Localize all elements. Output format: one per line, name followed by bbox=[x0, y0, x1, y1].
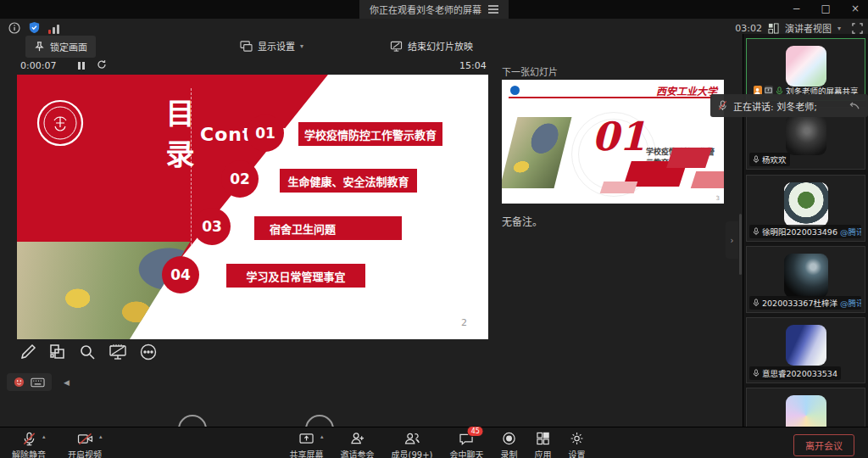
toc-number-1: 01 bbox=[247, 114, 284, 152]
speaker-notes: 无备注。 bbox=[502, 214, 542, 228]
slide-page-number: 2 bbox=[461, 317, 467, 328]
collapse-pill-icon[interactable]: ◀ bbox=[59, 376, 74, 389]
status-icons bbox=[8, 21, 59, 34]
titlebar: 你正在观看刘冬老师的屏幕 − □ × bbox=[0, 0, 868, 19]
avatar bbox=[786, 325, 826, 366]
toc-item-3: 宿舍卫生问题 bbox=[254, 216, 402, 240]
layout-icon bbox=[768, 23, 779, 34]
banner-menu-icon[interactable] bbox=[488, 8, 498, 10]
chat-label: 会中聊天 bbox=[449, 448, 483, 458]
shared-slide: 目录 Contents 01 学校疫情防控工作警示教育 02 生命健康、安全法制… bbox=[17, 75, 488, 339]
toc-item-1: 学校疫情防控工作警示教育 bbox=[298, 122, 442, 146]
meeting-duration: 03:02 bbox=[735, 23, 762, 34]
apps-label: 应用 bbox=[534, 448, 551, 458]
share-screen-button[interactable]: ▴ 共享屏幕 bbox=[290, 431, 324, 458]
mic-options-caret-icon[interactable]: ▴ bbox=[42, 433, 46, 440]
participant-name: 徐明阳2020033496 bbox=[762, 226, 837, 237]
toast-curve-arrow-icon[interactable] bbox=[848, 101, 860, 110]
avatar bbox=[786, 46, 826, 87]
toc-item-2: 生命健康、安全法制教育 bbox=[280, 169, 417, 193]
slide-title-cn: 目录 bbox=[158, 98, 199, 180]
view-mode-selector[interactable]: 演讲者视图 bbox=[785, 21, 832, 35]
share-options-caret-icon[interactable]: ▴ bbox=[320, 433, 324, 440]
speaking-toast: 正在讲话: 刘冬老师; bbox=[710, 94, 868, 117]
preview-deco-shape bbox=[666, 148, 712, 168]
participant-tile[interactable]: 2020033367杜梓洋@腾讯会议 bbox=[746, 246, 865, 313]
signal-strength-icon[interactable] bbox=[48, 24, 59, 34]
toc-number-4: 04 bbox=[162, 256, 199, 293]
emoji-reaction-icon[interactable] bbox=[14, 377, 25, 388]
view-controls: 03:02 演讲者视图 ▾ bbox=[735, 21, 863, 35]
keyboard-icon[interactable] bbox=[31, 377, 45, 388]
watching-banner-text: 你正在观看刘冬老师的屏幕 bbox=[370, 3, 481, 16]
next-slide-preview[interactable]: 西安工业大学 01 学校疫情防控工作警示教育 3 bbox=[502, 80, 724, 204]
mic-icon bbox=[753, 227, 760, 236]
toc-number-3: 03 bbox=[193, 208, 231, 245]
participant-tile-screen-share[interactable]: 刘冬老师的屏幕共享 bbox=[746, 38, 865, 101]
display-settings-label: 显示设置 bbox=[258, 39, 295, 53]
maximize-button[interactable]: □ bbox=[821, 2, 831, 15]
record-label: 录制 bbox=[500, 448, 517, 458]
preview-school-name: 西安工业大学 bbox=[656, 83, 717, 98]
chat-button[interactable]: 45 会中聊天 bbox=[449, 431, 483, 458]
display-settings-button[interactable]: 显示设置 ▾ bbox=[240, 39, 303, 53]
presenter-clock: 15:04 bbox=[459, 60, 487, 71]
participant-label: 意思睿2020033534 bbox=[749, 366, 841, 380]
settings-button[interactable]: 设置 bbox=[568, 431, 585, 458]
pin-screen-button[interactable]: 锁定画面 bbox=[25, 36, 96, 58]
participant-tile[interactable]: 意思睿2020033534 bbox=[746, 317, 865, 383]
video-options-caret-icon[interactable]: ▴ bbox=[99, 433, 103, 440]
settings-label: 设置 bbox=[568, 448, 585, 458]
close-button[interactable]: × bbox=[851, 2, 860, 15]
unmute-label: 解除静音 bbox=[12, 448, 46, 458]
next-slide-label: 下一张幻灯片 bbox=[502, 64, 558, 78]
preview-photo bbox=[502, 117, 571, 188]
pause-timer-icon[interactable] bbox=[78, 61, 86, 72]
preview-deco-shape bbox=[691, 171, 724, 188]
start-video-label: 开启视频 bbox=[68, 448, 102, 458]
end-slideshow-button[interactable]: 结束幻灯片放映 bbox=[390, 39, 473, 53]
preview-deco-shape bbox=[600, 182, 638, 193]
shield-icon[interactable] bbox=[28, 21, 41, 34]
shapes-tool-icon[interactable] bbox=[48, 343, 67, 361]
avatar bbox=[784, 182, 828, 226]
university-seal-icon bbox=[36, 98, 85, 148]
members-button[interactable]: 成员(99+) bbox=[392, 431, 433, 458]
members-label: 成员(99+) bbox=[392, 448, 433, 458]
info-icon[interactable] bbox=[8, 22, 20, 34]
participant-tile[interactable]: 徐明阳2020033496@腾讯会议 bbox=[746, 175, 865, 242]
screen-draw-tool-icon[interactable] bbox=[108, 343, 128, 361]
restart-timer-icon[interactable] bbox=[97, 59, 107, 70]
speaking-toast-text: 正在讲话: 刘冬老师; bbox=[733, 99, 817, 113]
annotation-toolbar bbox=[19, 343, 158, 361]
participants-panel: 刘冬老师的屏幕共享 杨欢欢 徐明阳2020033496@腾讯会议 bbox=[743, 34, 868, 427]
panel-scrollbar[interactable] bbox=[739, 214, 742, 275]
toc-item-4: 学习及日常管理事宜 bbox=[226, 264, 365, 288]
avatar bbox=[786, 114, 826, 155]
speaking-mic-icon bbox=[718, 100, 727, 111]
view-mode-caret-icon[interactable]: ▾ bbox=[837, 25, 841, 32]
apps-button[interactable]: 应用 bbox=[534, 431, 551, 458]
avatar bbox=[784, 254, 828, 298]
participant-suffix: @腾讯会议 bbox=[840, 297, 861, 309]
participant-label: 徐明阳2020033496@腾讯会议 bbox=[749, 225, 861, 238]
record-button[interactable]: 录制 bbox=[500, 431, 517, 458]
invite-button[interactable]: 邀请参会 bbox=[341, 431, 375, 458]
quick-tools-pill bbox=[7, 373, 52, 391]
watching-banner: 你正在观看刘冬老师的屏幕 bbox=[359, 0, 509, 19]
participant-label: 杨欢欢 bbox=[749, 153, 790, 166]
participant-label: 2020033367杜梓洋@腾讯会议 bbox=[749, 296, 861, 310]
unmute-button[interactable]: ▴ 解除静音 bbox=[12, 431, 46, 458]
panel-collapse-handle[interactable]: › bbox=[726, 221, 738, 259]
preview-section-number: 01 bbox=[592, 114, 646, 159]
share-screen-label: 共享屏幕 bbox=[290, 448, 324, 458]
fullscreen-icon[interactable] bbox=[852, 23, 863, 34]
start-video-button[interactable]: ▴ 开启视频 bbox=[68, 431, 102, 458]
pen-tool-icon[interactable] bbox=[19, 343, 37, 361]
magnifier-tool-icon[interactable] bbox=[78, 343, 97, 361]
more-tools-icon[interactable] bbox=[139, 343, 158, 361]
minimize-button[interactable]: − bbox=[793, 2, 801, 15]
participant-suffix: @腾讯会议 bbox=[840, 226, 861, 237]
meeting-window: 你正在观看刘冬老师的屏幕 − □ × 03:02 演讲者视图 ▾ bbox=[0, 0, 868, 458]
leave-meeting-button[interactable]: 离开会议 bbox=[793, 434, 854, 456]
